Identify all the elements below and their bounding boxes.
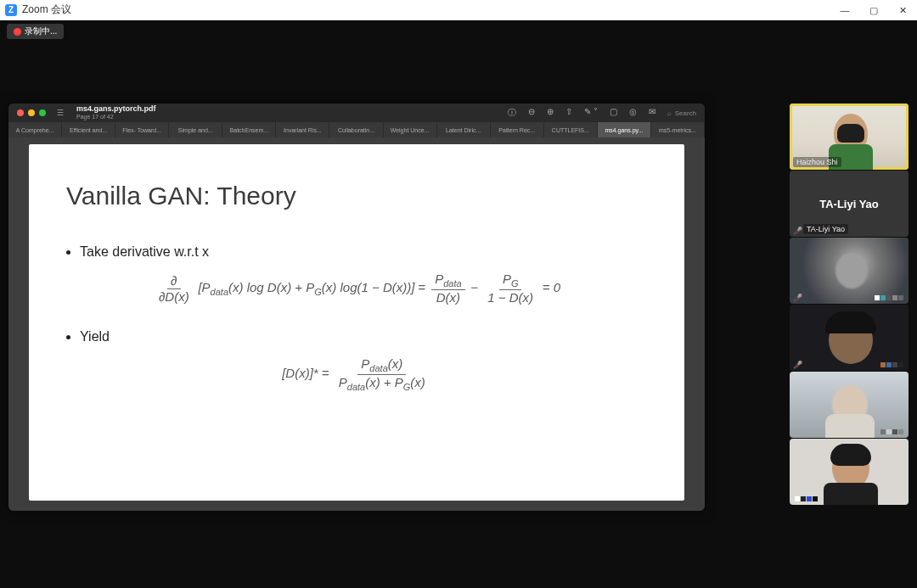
- pdf-tab[interactable]: Flex- Toward...: [115, 122, 169, 137]
- shared-screen-area[interactable]: ☰ ms4.gans.pytorch.pdf Page 17 of 42 ⓘ ⊖…: [8, 51, 781, 580]
- participant-tile[interactable]: TA-Liyi Yao 🎤̸ TA-Liyi Yao: [790, 171, 909, 237]
- pdf-toolbar: ⓘ ⊖ ⊕ ⇧ ✎ ˅ ▢ ◎ ✉ ⌕ Search: [508, 107, 696, 119]
- participant-tile[interactable]: 🎤̸: [790, 305, 909, 371]
- maximize-button[interactable]: ▢: [859, 0, 888, 20]
- participant-video: [790, 439, 909, 505]
- participant-name: TA-Liyi Yao: [803, 224, 848, 234]
- mute-icon: 🎤̸: [793, 361, 801, 368]
- pdf-page-indicator: Page 17 of 42: [76, 114, 156, 120]
- name-pixelation: [875, 295, 903, 300]
- pdf-search-placeholder[interactable]: Search: [675, 109, 696, 117]
- pdf-document-title: ms4.gans.pytorch.pdf: [76, 105, 156, 114]
- pdf-tab[interactable]: Pattern Rec...: [491, 122, 544, 137]
- pdf-tab[interactable]: ms5-metrics...: [651, 122, 705, 137]
- slide-title: Vanilla GAN: Theory: [66, 182, 647, 210]
- zoom-out-icon[interactable]: ⊖: [528, 107, 535, 119]
- pdf-tab[interactable]: Invariant Ris...: [276, 122, 329, 137]
- mail-icon[interactable]: ✉: [649, 107, 655, 119]
- mac-zoom-icon[interactable]: [39, 109, 46, 116]
- mac-minimize-icon[interactable]: [28, 109, 35, 116]
- participant-video: [790, 238, 909, 304]
- slide-formula-1: ∂∂D(x) [Pdata(x) log D(x) + PG(x) log(1 …: [66, 272, 647, 305]
- shared-window: ☰ ms4.gans.pytorch.pdf Page 17 of 42 ⓘ ⊖…: [8, 104, 705, 511]
- search-icon[interactable]: ⌕: [667, 109, 672, 117]
- pdf-tab[interactable]: Weight Unce...: [384, 122, 437, 137]
- minimize-button[interactable]: —: [830, 0, 859, 20]
- participant-name: Haizhou Shi: [793, 157, 841, 167]
- info-icon[interactable]: ⓘ: [508, 107, 516, 119]
- participant-tile[interactable]: [790, 439, 909, 505]
- slide-bullet: Take derivative w.r.t x: [80, 244, 647, 260]
- mac-titlebar: ☰ ms4.gans.pytorch.pdf Page 17 of 42 ⓘ ⊖…: [8, 104, 705, 122]
- pdf-tab[interactable]: A Comprehe...: [8, 122, 62, 137]
- zoom-in-icon[interactable]: ⊕: [547, 107, 554, 119]
- recording-indicator[interactable]: 录制中...: [7, 24, 64, 39]
- participant-video: [790, 305, 909, 371]
- share-up-icon[interactable]: ⇧: [565, 107, 572, 119]
- window-title: Zoom 会议: [22, 3, 71, 17]
- pdf-tabs: A Comprehe... Efficient and... Flex- Tow…: [8, 122, 705, 137]
- circle-icon[interactable]: ◎: [629, 107, 637, 119]
- fullscreen-icon[interactable]: ▢: [610, 107, 617, 119]
- mute-icon: 🎤̸: [793, 294, 801, 301]
- pdf-tab[interactable]: CUTTLEFIS...: [544, 122, 598, 137]
- participant-video: [790, 372, 909, 438]
- zoom-app-icon: Z: [5, 4, 17, 16]
- slide-bullet: Yield: [80, 329, 647, 344]
- name-pixelation: [795, 496, 818, 501]
- annotate-icon[interactable]: ✎ ˅: [584, 107, 598, 119]
- close-button[interactable]: ✕: [888, 0, 917, 20]
- titlebar[interactable]: Z Zoom 会议 — ▢ ✕: [0, 0, 917, 20]
- participant-tile[interactable]: 🎤̸: [790, 238, 909, 304]
- app-window: Z Zoom 会议 — ▢ ✕ 录制中... ☰: [0, 0, 917, 588]
- participant-tile[interactable]: Haizhou Shi: [790, 104, 909, 170]
- participant-tile[interactable]: [790, 372, 909, 438]
- pdf-tab-active[interactable]: ms4.gans.py...: [598, 122, 651, 137]
- pdf-tab[interactable]: Efficient and...: [62, 122, 115, 137]
- participants-strip: Haizhou Shi TA-Liyi Yao 🎤̸ TA-Liyi Yao 🎤…: [790, 104, 909, 580]
- mac-close-icon[interactable]: [17, 109, 24, 116]
- recording-label: 录制中...: [25, 25, 57, 37]
- name-pixelation: [880, 362, 903, 367]
- slide-formula-2: [D(x)]* = Pdata(x) Pdata(x) + PG(x): [66, 356, 647, 393]
- pdf-tab[interactable]: Latent Diric...: [437, 122, 491, 137]
- name-pixelation: [880, 429, 903, 434]
- pdf-tab[interactable]: BatchEnsem...: [222, 122, 276, 137]
- pdf-tab[interactable]: Simple and...: [169, 122, 222, 137]
- pdf-tab[interactable]: Collaboratin...: [329, 122, 383, 137]
- mute-icon: 🎤̸: [793, 227, 801, 234]
- window-controls: — ▢ ✕: [830, 0, 917, 20]
- slide-page: Vanilla GAN: Theory Take derivative w.r.…: [29, 144, 684, 501]
- record-icon: [14, 28, 21, 36]
- meeting-content: 录制中... ☰ ms4.gans.pytorch.pdf Page 17 of…: [0, 20, 917, 588]
